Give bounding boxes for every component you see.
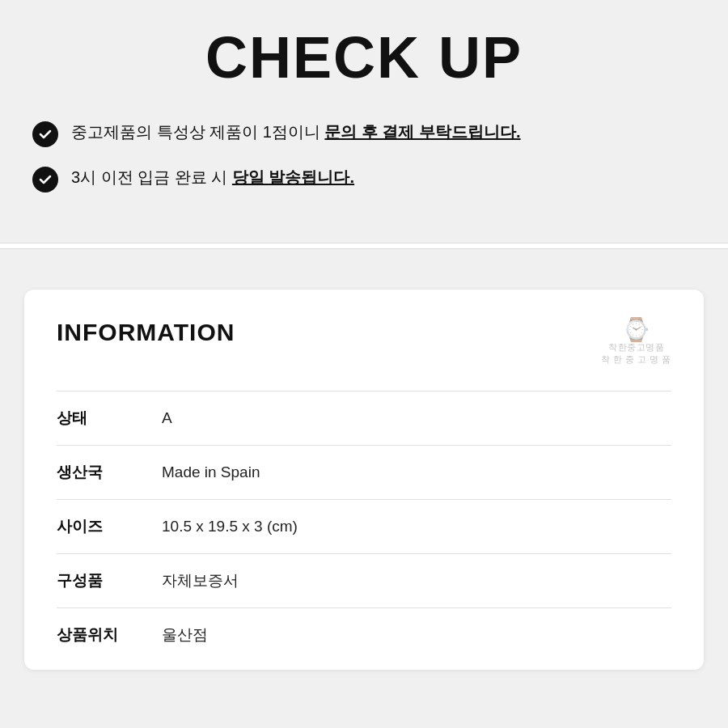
info-section-title: INFORMATION <box>57 319 235 346</box>
check-item-1: 중고제품의 특성상 제품이 1점이니 문의 후 결제 부탁드립니다. <box>32 120 696 147</box>
info-row-2: 사이즈 10.5 x 19.5 x 3 (cm) <box>57 499 671 553</box>
info-value-1: Made in Spain <box>162 463 260 481</box>
info-row-1: 생산국 Made in Spain <box>57 445 671 499</box>
info-header: INFORMATION ⌚ 착한중고명품 착 한 중 고 명 품 <box>57 319 671 366</box>
brand-text: 착한중고명품 <box>608 341 664 353</box>
info-label-1: 생산국 <box>57 462 162 483</box>
info-row-0: 상태 A <box>57 391 671 445</box>
section-divider <box>0 243 728 249</box>
info-row-3: 구성품 자체보증서 <box>57 553 671 607</box>
checkmark-icon-1 <box>32 121 58 147</box>
info-label-4: 상품위치 <box>57 624 162 645</box>
check-highlight-1: 문의 후 결제 부탁드립니다. <box>324 123 520 141</box>
top-section: CHECK UP 중고제품의 특성상 제품이 1점이니 문의 후 결제 부탁드립… <box>0 0 728 243</box>
check-text-1: 중고제품의 특성상 제품이 1점이니 문의 후 결제 부탁드립니다. <box>71 120 521 144</box>
info-label-3: 구성품 <box>57 570 162 591</box>
brand-sub-text: 착 한 중 고 명 품 <box>601 353 671 366</box>
checkmark-icon-2 <box>32 167 58 193</box>
check-item-2: 3시 이전 입금 완료 시 당일 발송됩니다. <box>32 165 696 193</box>
check-highlight-2: 당일 발송됩니다. <box>232 168 354 186</box>
spacer <box>0 249 728 290</box>
info-label-0: 상태 <box>57 408 162 429</box>
information-card: INFORMATION ⌚ 착한중고명품 착 한 중 고 명 품 상태 A 생산… <box>24 290 704 670</box>
check-text-2: 3시 이전 입금 완료 시 당일 발송됩니다. <box>71 165 354 189</box>
info-label-2: 사이즈 <box>57 516 162 537</box>
brand-logo: ⌚ 착한중고명품 착 한 중 고 명 품 <box>601 319 671 366</box>
watch-icon: ⌚ <box>622 319 650 341</box>
info-row-4: 상품위치 울산점 <box>57 607 671 662</box>
page-title: CHECK UP <box>32 24 696 91</box>
info-value-2: 10.5 x 19.5 x 3 (cm) <box>162 518 298 535</box>
info-value-3: 자체보증서 <box>162 570 239 591</box>
info-value-4: 울산점 <box>162 624 208 645</box>
info-value-0: A <box>162 409 172 427</box>
